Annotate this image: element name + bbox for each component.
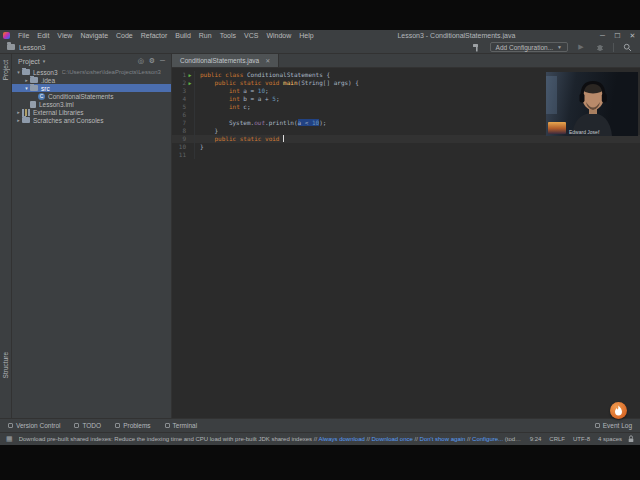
status-widget-crlf[interactable]: CRLF [549, 436, 565, 442]
code-line-11[interactable]: 11 [172, 151, 640, 159]
code-token: .println( [265, 119, 298, 126]
project-tool-window: Project ▾ ◎⚙─ ▾Lesson3C:\Users\osher\Ide… [12, 54, 172, 418]
video-frame: FileEditViewNavigateCodeRefactorBuildRun… [0, 0, 640, 480]
status-link[interactable]: Download once [372, 436, 413, 442]
menu-navigate[interactable]: Navigate [76, 30, 112, 41]
code-token: 10 [258, 87, 265, 94]
gutter-spacer [186, 87, 194, 95]
menu-view[interactable]: View [53, 30, 76, 41]
gutter-spacer [186, 103, 194, 111]
tool-window-tab-terminal[interactable]: Terminal [165, 422, 198, 429]
status-widget-utf-8[interactable]: UTF-8 [573, 436, 590, 442]
run-configuration-select[interactable]: Add Configuration... ▼ [490, 42, 568, 52]
code-token: } [200, 143, 204, 150]
status-widget-4-spaces[interactable]: 4 spaces [598, 436, 622, 442]
run-icon[interactable]: ▶ [575, 42, 587, 53]
locate-icon[interactable]: ◎ [138, 57, 144, 65]
code-text: public static void [194, 135, 640, 143]
debug-bug-icon[interactable] [594, 42, 606, 53]
tree-item-external-libraries[interactable]: ▸External Libraries [12, 108, 171, 116]
breadcrumb[interactable]: Lesson3 [19, 44, 45, 51]
tree-chevron-icon[interactable]: ▸ [15, 109, 22, 115]
status-widget-9-24[interactable]: 9:24 [530, 436, 542, 442]
run-gutter-icon[interactable]: ▶ [186, 71, 194, 79]
tool-window-tab-structure[interactable]: Structure [2, 352, 9, 378]
navigation-bar: Lesson3 Add Configuration... ▼ ▶ [0, 41, 640, 54]
library-icon [22, 109, 30, 116]
maximize-button[interactable]: ☐ [610, 30, 625, 41]
window-title: Lesson3 - ConditionalStatements.java [318, 32, 595, 39]
tree-item-label: Scratches and Consoles [33, 117, 103, 124]
run-gutter-icon[interactable]: ▶ [186, 79, 194, 87]
code-token: public class [200, 71, 247, 78]
tree-item-lesson3-iml[interactable]: Lesson3.iml [12, 100, 171, 108]
code-token [200, 95, 229, 102]
menu-window[interactable]: Window [262, 30, 295, 41]
line-number: 2 [172, 79, 186, 87]
tool-window-tab-version-control[interactable]: Version Control [8, 422, 60, 429]
build-hammer-icon[interactable] [471, 42, 483, 53]
gutter-spacer [186, 143, 194, 151]
code-token [200, 135, 214, 142]
menu-run[interactable]: Run [195, 30, 216, 41]
settings-icon[interactable]: ⚙ [149, 57, 155, 65]
status-message: Download pre-built shared indexes: Reduc… [19, 436, 524, 442]
editor-tab[interactable]: ConditionalStatements.java ✕ [172, 54, 279, 67]
status-link[interactable]: Configure... [472, 436, 503, 442]
line-number: 11 [172, 151, 186, 159]
folder-icon [22, 117, 30, 123]
tree-item-conditionalstatements[interactable]: CConditionalStatements [12, 92, 171, 100]
close-button[interactable]: ✕ [625, 30, 640, 41]
chevron-down-icon[interactable]: ▾ [43, 58, 46, 64]
code-token: c; [243, 103, 250, 110]
orange-plugin-notification-icon[interactable] [610, 402, 627, 419]
project-panel-header: Project ▾ ◎⚙─ [12, 54, 171, 68]
tree-chevron-icon[interactable]: ▾ [15, 69, 22, 75]
tool-window-tab-problems[interactable]: Problems [115, 422, 150, 429]
menu-build[interactable]: Build [171, 30, 195, 41]
tree-item-src[interactable]: ▾src [12, 84, 171, 92]
tree-chevron-icon[interactable]: ▸ [23, 77, 30, 83]
status-link[interactable]: Don't show again [420, 436, 466, 442]
tool-window-tab-label: TODO [82, 422, 101, 429]
tool-window-tab-icon [115, 423, 120, 428]
menu-file[interactable]: File [14, 30, 33, 41]
menu-vcs[interactable]: VCS [240, 30, 262, 41]
line-number: 5 [172, 103, 186, 111]
tool-window-tab-event-log[interactable]: Event Log [595, 422, 632, 429]
project-tree: ▾Lesson3C:\Users\osher\IdeaProjects\Less… [12, 68, 171, 124]
status-link[interactable]: Always download [318, 436, 364, 442]
tool-window-switcher-icon[interactable]: ▦ [6, 435, 13, 443]
hide-icon[interactable]: ─ [160, 57, 165, 65]
minimize-button[interactable]: ─ [595, 30, 610, 41]
class-icon: C [38, 93, 45, 100]
menu-code[interactable]: Code [112, 30, 137, 41]
tree-item--idea[interactable]: ▸.idea [12, 76, 171, 84]
code-token: b = a + [243, 95, 272, 102]
tree-chevron-icon[interactable]: ▾ [23, 85, 30, 91]
menu-edit[interactable]: Edit [33, 30, 53, 41]
bottom-tabs: Version ControlTODOProblemsTerminal [8, 422, 197, 429]
code-line-9[interactable]: 9 public static void [172, 135, 640, 143]
close-icon[interactable]: ✕ [265, 57, 270, 64]
code-text: } [194, 143, 640, 151]
lock-icon[interactable] [628, 435, 634, 444]
tree-item-lesson3[interactable]: ▾Lesson3C:\Users\osher\IdeaProjects\Less… [12, 68, 171, 76]
status-text: // [413, 436, 420, 442]
line-number: 3 [172, 87, 186, 95]
tree-item-label: Lesson3 [33, 69, 58, 76]
search-icon[interactable] [621, 42, 633, 53]
tool-window-tab-project[interactable]: Project [2, 60, 9, 80]
code-line-10[interactable]: 10} [172, 143, 640, 151]
menu-tools[interactable]: Tools [216, 30, 240, 41]
tree-chevron-icon[interactable]: ▸ [15, 117, 22, 123]
code-token: (String[] args) { [298, 79, 359, 86]
tool-window-tab-todo[interactable]: TODO [74, 422, 101, 429]
folder-icon [30, 85, 38, 91]
menu-help[interactable]: Help [295, 30, 317, 41]
menu-refactor[interactable]: Refactor [137, 30, 171, 41]
project-panel-title[interactable]: Project [18, 58, 40, 65]
tree-item-scratches-and-consoles[interactable]: ▸Scratches and Consoles [12, 116, 171, 124]
project-folder-icon [7, 44, 15, 50]
tree-item-label: src [41, 85, 50, 92]
